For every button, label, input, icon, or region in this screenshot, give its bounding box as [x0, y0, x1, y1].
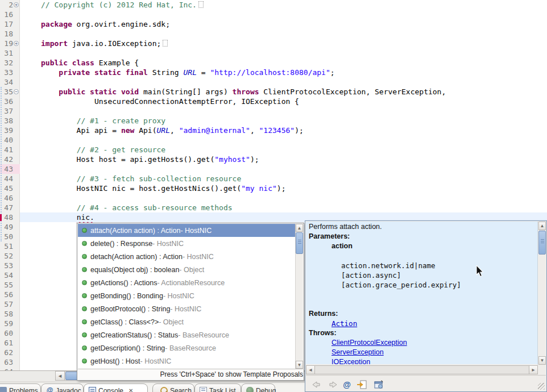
- completion-signature: getDescription() : String: [90, 344, 165, 352]
- tab-label: Task List: [209, 386, 236, 392]
- open-in-browser-icon[interactable]: [373, 380, 384, 390]
- search-icon: [160, 387, 168, 392]
- forward-icon[interactable]: [328, 380, 339, 390]
- code-line-16[interactable]: [41, 10, 547, 19]
- completion-item[interactable]: getBonding() : Bonding - HostNIC: [78, 289, 295, 302]
- folded-region-box-icon[interactable]: [198, 1, 204, 8]
- completion-item[interactable]: getDescription() : String - BaseResource: [78, 341, 295, 355]
- tab-debug[interactable]: Debug: [241, 383, 275, 392]
- line-number: 36: [0, 97, 13, 106]
- completion-declaring-type: - BaseResource: [165, 344, 216, 352]
- code-line-19[interactable]: import java.io.IOException;: [41, 39, 547, 48]
- code-line-41[interactable]: // #2 - get resource: [41, 145, 547, 155]
- public-method-icon: [82, 267, 87, 272]
- code-line-34[interactable]: [41, 77, 547, 87]
- open-declaration-icon[interactable]: [356, 380, 367, 390]
- javadoc-blank-line: [309, 251, 537, 261]
- line-number-31: 31: [0, 48, 20, 58]
- completion-item[interactable]: equals(Object obj) : boolean - Object: [78, 263, 295, 276]
- completion-signature: detach(Action action) : Action: [90, 253, 183, 261]
- code-line-43[interactable]: [41, 164, 547, 174]
- completion-item[interactable]: delete() : Response - HostNIC: [78, 237, 295, 250]
- public-method-icon: [82, 280, 87, 285]
- code-line-18[interactable]: [41, 29, 547, 39]
- ide-window: 2+16171819+3132333435−363738394041424344…: [0, 0, 547, 392]
- line-number: 44: [0, 174, 13, 184]
- code-line-39[interactable]: Api api = new Api(URL, "admin@internal",…: [41, 126, 547, 135]
- code-line-2[interactable]: // Copyright (c) 2012 Red Hat, Inc.: [41, 0, 547, 10]
- code-line-40[interactable]: [41, 135, 547, 145]
- scroll-up-icon[interactable]: ▲: [296, 224, 303, 232]
- code-line-47[interactable]: // #4 - access sub-resource methods: [41, 203, 547, 212]
- code-line-32[interactable]: public class Example {: [41, 58, 547, 68]
- tab-console[interactable]: Console✕: [84, 383, 148, 392]
- folded-region-box-icon[interactable]: [163, 40, 168, 47]
- tab-search[interactable]: Search: [152, 383, 194, 392]
- code-line-45[interactable]: HostNIC nic = host.getHostNics().get("my…: [41, 184, 547, 193]
- code-line-44[interactable]: // #3 - fetch sub-collection resource: [41, 174, 547, 184]
- tab-label: Problems: [9, 386, 38, 392]
- javadoc-link[interactable]: IOException: [331, 358, 370, 364]
- code-line-36[interactable]: UnsecuredConnectionAttemptError, IOExcep…: [41, 97, 547, 106]
- code-line-35[interactable]: public static void main(String[] args) t…: [41, 87, 547, 97]
- code-line-46[interactable]: [41, 193, 547, 203]
- code-line-37[interactable]: [41, 106, 547, 116]
- scroll-right-icon[interactable]: ▸: [529, 366, 537, 374]
- scroll-up-icon[interactable]: ▲: [538, 222, 546, 230]
- completion-list[interactable]: attach(Action action) : Action - HostNIC…: [78, 224, 295, 369]
- javadoc-text-line: Parameters:: [309, 232, 537, 241]
- line-number-53: 53: [0, 261, 20, 270]
- show-in-javadoc-view-icon[interactable]: @: [341, 380, 353, 390]
- completion-declaring-type: - HostNIC: [163, 292, 194, 300]
- tab-task-list[interactable]: Task List: [194, 383, 241, 392]
- completion-item[interactable]: attach(Action action) : Action - HostNIC: [78, 224, 295, 237]
- line-number-55: 55: [0, 280, 20, 290]
- code-line-17[interactable]: package org.ovirt.engine.sdk;: [41, 19, 547, 29]
- public-method-icon: [82, 332, 87, 337]
- fold-collapsed-icon[interactable]: +: [14, 2, 19, 7]
- back-icon[interactable]: [310, 380, 322, 390]
- editor-gutter[interactable]: 2+16171819+3132333435−363738394041424344…: [0, 0, 20, 370]
- fold-expanded-icon[interactable]: −: [14, 89, 19, 94]
- scroll-left-icon[interactable]: ◂: [306, 366, 315, 374]
- line-number-60: 60: [0, 328, 20, 338]
- javadoc-vertical-scrollbar[interactable]: ▲ ▼: [537, 222, 546, 365]
- line-number-18: 18: [0, 29, 20, 39]
- completion-item[interactable]: getBootProtocol() : String - HostNIC: [78, 302, 295, 315]
- fold-collapsed-icon[interactable]: +: [14, 41, 19, 46]
- completion-signature: getBonding() : Bonding: [90, 292, 163, 300]
- line-number-44: 44: [0, 174, 20, 184]
- resize-grip[interactable]: [538, 383, 545, 390]
- line-number: 61: [0, 338, 13, 348]
- scroll-down-icon[interactable]: ▼: [538, 356, 546, 365]
- code-line-33[interactable]: private static final String URL = "http:…: [41, 68, 547, 77]
- javadoc-link[interactable]: ClientProtocolException: [331, 339, 407, 347]
- code-line-31[interactable]: [41, 48, 547, 58]
- javadoc-vscroll-thumb[interactable]: [538, 231, 546, 255]
- completion-item[interactable]: getCreationStatus() : Status - BaseResou…: [78, 328, 295, 341]
- completion-scrollbar[interactable]: ▲ ▼: [295, 224, 303, 369]
- line-number: 33: [0, 68, 13, 77]
- scroll-down-icon[interactable]: ▼: [296, 361, 303, 369]
- close-tab-icon[interactable]: ✕: [129, 387, 133, 392]
- line-number-43: 43: [0, 164, 20, 174]
- tab-javadoc[interactable]: @Javadoc: [41, 383, 84, 392]
- javadoc-horizontal-scrollbar[interactable]: ◂ ▸: [306, 365, 538, 374]
- scroll-left-icon[interactable]: ◂: [56, 372, 65, 380]
- javadoc-link[interactable]: ServerException: [331, 348, 384, 356]
- line-number: 55: [0, 280, 13, 290]
- public-method-icon: [82, 254, 87, 259]
- completion-item[interactable]: getHost() : Host - HostNIC: [78, 355, 295, 368]
- completion-scroll-thumb[interactable]: [296, 232, 303, 254]
- completion-item[interactable]: getActions() : Actions - ActionableResou…: [78, 276, 295, 289]
- code-line-42[interactable]: Host host = api.getHosts().get("myhost")…: [41, 155, 547, 164]
- line-number: 42: [0, 155, 13, 164]
- tab-problems[interactable]: Problems: [0, 383, 41, 392]
- completion-declaring-type: - HostNIC: [170, 305, 201, 313]
- public-method-icon: [82, 358, 87, 364]
- javadoc-link[interactable]: Action: [331, 319, 357, 328]
- line-number-41: 41: [0, 145, 20, 155]
- completion-item[interactable]: detach(Action action) : Action - HostNIC: [78, 250, 295, 263]
- code-line-38[interactable]: // #1 - create proxy: [41, 116, 547, 126]
- completion-item[interactable]: getClass() : Class<?> - Object: [78, 315, 295, 328]
